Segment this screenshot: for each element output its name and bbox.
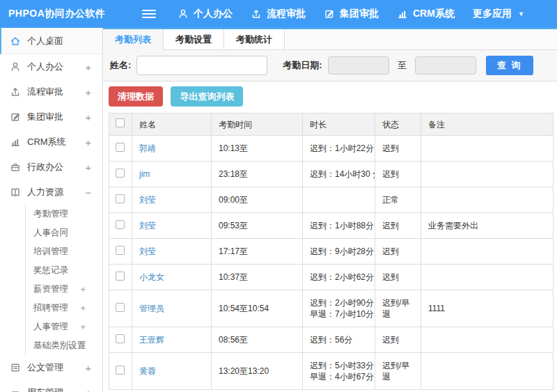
hamburger-icon[interactable] — [142, 8, 156, 20]
sidebar-item-人力资源[interactable]: 人力资源− — [0, 180, 102, 205]
expand-icon[interactable]: + — [85, 387, 91, 392]
row-checkbox[interactable] — [116, 194, 125, 203]
note — [421, 239, 554, 265]
attendance-time: 10:13至 — [212, 136, 303, 162]
sidebar-item-个人桌面[interactable]: 个人桌面 — [0, 28, 102, 54]
date-to-label: 至 — [398, 59, 407, 72]
sidebar-subitem-label: 基础类别设置 — [33, 340, 86, 352]
note — [421, 136, 554, 162]
name-filter-label: 姓名: — [110, 59, 131, 72]
expand-icon[interactable]: + — [80, 340, 86, 351]
expand-icon[interactable]: + — [85, 362, 91, 374]
employee-name-link[interactable]: 刘莹 — [132, 239, 212, 265]
expand-icon[interactable]: + — [85, 86, 91, 98]
row-checkbox[interactable] — [116, 220, 125, 229]
sidebar-subitem-招聘管理[interactable]: 招聘管理+ — [26, 299, 102, 317]
tab-考勤设置[interactable]: 考勤设置 — [164, 29, 224, 49]
sidebar-subitem-基础类别设置[interactable]: 基础类别设置+ — [26, 336, 102, 355]
column-header-姓名: 姓名 — [132, 113, 212, 136]
attendance-table-head: 姓名考勤时间时长状态备注 — [109, 113, 554, 136]
expand-icon[interactable]: + — [80, 303, 86, 313]
clear-data-button[interactable]: 清理数据 — [109, 86, 163, 107]
expand-icon[interactable]: + — [80, 284, 86, 295]
column-header-时长: 时长 — [303, 113, 375, 136]
bar-chart-icon — [10, 136, 27, 148]
home-icon — [10, 36, 27, 47]
sidebar-item-公文管理[interactable]: 公文管理+ — [0, 355, 102, 380]
employee-name-link[interactable]: 郭靖 — [132, 136, 212, 162]
sidebar-subitem-label: 奖惩记录 — [33, 265, 68, 276]
sidebar-item-label: 人力资源 — [27, 186, 63, 198]
top-nav-item-1[interactable]: 个人办公 — [178, 8, 233, 20]
attendance-time: 13:20至13:20 — [212, 353, 303, 390]
actions-bar: 清理数据 导出查询列表 — [103, 81, 557, 111]
row-checkbox[interactable] — [116, 334, 125, 343]
row-checkbox[interactable] — [116, 366, 125, 375]
top-nav-item-5[interactable]: 更多应用▼ — [473, 8, 524, 20]
status-badge: 迟到/早退 — [375, 353, 421, 390]
select-all-checkbox[interactable] — [116, 118, 125, 127]
sidebar-item-流程审批[interactable]: 流程审批+ — [0, 79, 102, 104]
sidebar-item-CRM系统[interactable]: CRM系统+ — [0, 130, 102, 155]
sidebar-subitem-人事管理[interactable]: 人事管理+ — [26, 317, 102, 336]
employee-name-link[interactable]: jim — [132, 162, 212, 187]
row-checkbox[interactable] — [116, 303, 125, 312]
collapse-icon[interactable]: − — [85, 187, 91, 198]
tab-bar: 考勤列表考勤设置考勤统计 — [103, 29, 557, 50]
date-to-input[interactable] — [415, 56, 476, 75]
sidebar-subitem-考勤管理[interactable]: 考勤管理 — [26, 205, 102, 224]
top-nav-label: 更多应用 — [473, 8, 512, 20]
sidebar-subitem-label: 人事合同 — [33, 227, 68, 239]
sidebar-subitem-人事合同[interactable]: 人事合同 — [26, 224, 102, 242]
sidebar-item-label: 流程审批 — [27, 86, 63, 98]
sidebar-submenu: 考勤管理人事合同培训管理奖惩记录薪资管理+招聘管理+人事管理+基础类别设置+ — [25, 205, 102, 355]
sidebar-item-label: CRM系统 — [27, 136, 66, 148]
sidebar-item-label: 行政办公 — [27, 161, 63, 173]
status-badge: 迟到 — [375, 327, 421, 353]
top-nav-item-2[interactable]: 流程审批 — [251, 8, 306, 20]
row-checkbox[interactable] — [116, 272, 125, 281]
top-nav-item-3[interactable]: 集团审批 — [324, 8, 379, 20]
export-list-button[interactable]: 导出查询列表 — [171, 86, 243, 107]
row-checkbox[interactable] — [116, 246, 125, 255]
row-checkbox[interactable] — [116, 143, 125, 152]
expand-icon[interactable]: + — [85, 136, 91, 148]
employee-name-link[interactable]: 王壹辉 — [132, 327, 212, 353]
expand-icon[interactable]: + — [85, 162, 91, 173]
employee-name-link[interactable]: 小龙女 — [132, 265, 212, 290]
status-badge: 迟到 — [375, 265, 421, 290]
sidebar-item-个人办公[interactable]: 个人办公+ — [0, 54, 102, 79]
tab-考勤列表[interactable]: 考勤列表 — [103, 29, 164, 51]
expand-icon[interactable]: + — [80, 322, 86, 332]
expand-icon[interactable]: + — [85, 61, 91, 73]
attendance-table-body: 郭靖10:13至迟到：1小时22分迟到jim23:18至迟到：14小时30 分迟… — [109, 136, 554, 390]
table-row: jim23:18至迟到：14小时30 分迟到 — [109, 162, 554, 187]
note — [421, 187, 554, 213]
top-nav: 个人办公流程审批集团审批CRM系统更多应用▼ — [168, 8, 533, 20]
car-icon — [10, 387, 27, 392]
expand-icon[interactable]: + — [85, 111, 91, 123]
main-content: 考勤列表考勤设置考勤统计 姓名: 考勤日期: 至 查 询 清理数据 导出查询列表… — [103, 28, 557, 390]
employee-name-link[interactable]: 管理员 — [132, 290, 212, 327]
duration: 迟到：2小时90分早退：7小时10分 — [303, 290, 375, 327]
date-from-input[interactable] — [328, 56, 389, 75]
sidebar-item-行政办公[interactable]: 行政办公+ — [0, 155, 102, 180]
query-button[interactable]: 查 询 — [486, 56, 533, 75]
sidebar-subitem-培训管理[interactable]: 培训管理 — [26, 242, 102, 261]
sidebar-subitem-奖惩记录[interactable]: 奖惩记录 — [26, 261, 102, 280]
attendance-time: 08:56至 — [212, 327, 303, 353]
sidebar-item-label: 个人办公 — [27, 61, 63, 73]
tab-考勤统计[interactable]: 考勤统计 — [224, 29, 285, 49]
sidebar-subitem-薪资管理[interactable]: 薪资管理+ — [26, 280, 102, 299]
sidebar-item-集团审批[interactable]: 集团审批+ — [0, 104, 102, 130]
name-filter-input[interactable] — [136, 56, 267, 75]
top-nav-item-4[interactable]: CRM系统 — [397, 8, 455, 20]
row-checkbox[interactable] — [116, 168, 125, 178]
duration: 迟到：2小时62分 — [303, 265, 375, 290]
duration: 迟到：1小时88分 — [303, 213, 375, 239]
employee-name-link[interactable]: 刘莹 — [132, 187, 212, 213]
employee-name-link[interactable]: 刘莹 — [132, 213, 212, 239]
sidebar-item-用车管理[interactable]: 用车管理+ — [0, 380, 102, 392]
employee-name-link[interactable]: 黄蓉 — [132, 353, 212, 390]
attendance-time: 23:18至 — [212, 162, 303, 187]
